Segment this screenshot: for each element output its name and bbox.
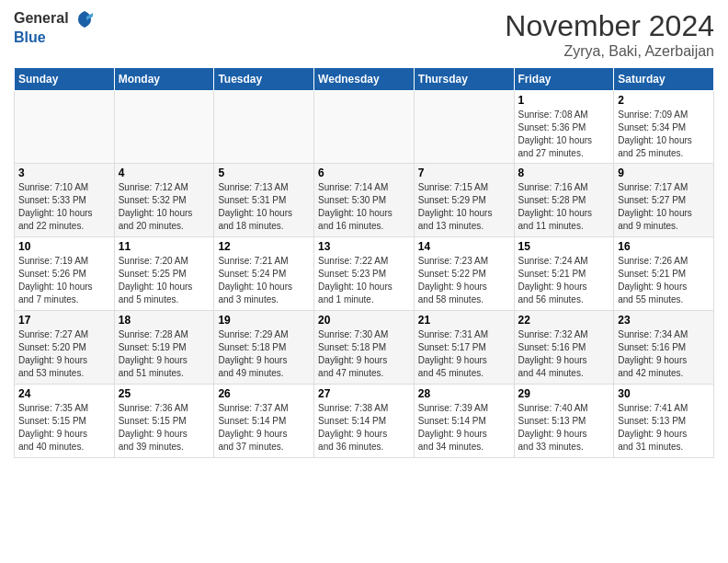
day-number: 21 <box>418 314 510 327</box>
header-row: SundayMondayTuesdayWednesdayThursdayFrid… <box>15 68 714 91</box>
week-row-3: 17Sunrise: 7:27 AM Sunset: 5:20 PM Dayli… <box>15 311 714 385</box>
day-info: Sunrise: 7:30 AM Sunset: 5:18 PM Dayligh… <box>318 328 410 380</box>
day-info: Sunrise: 7:19 AM Sunset: 5:26 PM Dayligh… <box>18 255 110 306</box>
day-number: 8 <box>518 167 610 179</box>
day-info: Sunrise: 7:39 AM Sunset: 5:14 PM Dayligh… <box>418 402 510 454</box>
day-info: Sunrise: 7:22 AM Sunset: 5:23 PM Dayligh… <box>318 255 410 306</box>
day-number: 26 <box>218 387 310 400</box>
page-container: General Blue November 2024 Zyrya, Baki, … <box>0 0 728 467</box>
day-cell-3: 3Sunrise: 7:10 AM Sunset: 5:33 PM Daylig… <box>15 164 115 237</box>
day-cell-8: 8Sunrise: 7:16 AM Sunset: 5:28 PM Daylig… <box>514 164 614 237</box>
day-number: 24 <box>18 387 110 400</box>
day-info: Sunrise: 7:17 AM Sunset: 5:27 PM Dayligh… <box>618 181 710 233</box>
page-header: General Blue November 2024 Zyrya, Baki, … <box>14 9 714 60</box>
day-info: Sunrise: 7:21 AM Sunset: 5:24 PM Dayligh… <box>218 255 310 306</box>
day-info: Sunrise: 7:38 AM Sunset: 5:14 PM Dayligh… <box>318 402 410 454</box>
day-cell-16: 16Sunrise: 7:26 AM Sunset: 5:21 PM Dayli… <box>614 237 714 311</box>
month-title: November 2024 <box>505 9 714 43</box>
day-cell-22: 22Sunrise: 7:32 AM Sunset: 5:16 PM Dayli… <box>514 311 614 385</box>
day-info: Sunrise: 7:32 AM Sunset: 5:16 PM Dayligh… <box>518 328 610 380</box>
title-section: November 2024 Zyrya, Baki, Azerbaijan <box>505 9 714 60</box>
day-header-thursday: Thursday <box>414 68 514 91</box>
week-row-2: 10Sunrise: 7:19 AM Sunset: 5:26 PM Dayli… <box>15 237 714 311</box>
day-cell-15: 15Sunrise: 7:24 AM Sunset: 5:21 PM Dayli… <box>514 237 614 311</box>
day-number: 17 <box>18 314 110 327</box>
day-cell-empty-4 <box>414 91 514 164</box>
day-number: 4 <box>119 167 210 179</box>
day-cell-4: 4Sunrise: 7:12 AM Sunset: 5:32 PM Daylig… <box>114 164 214 237</box>
day-number: 7 <box>418 167 510 179</box>
day-cell-empty-3 <box>314 91 415 164</box>
day-number: 2 <box>618 94 710 107</box>
day-info: Sunrise: 7:27 AM Sunset: 5:20 PM Dayligh… <box>18 328 110 380</box>
day-cell-23: 23Sunrise: 7:34 AM Sunset: 5:16 PM Dayli… <box>614 311 714 385</box>
day-info: Sunrise: 7:41 AM Sunset: 5:13 PM Dayligh… <box>618 402 710 454</box>
day-info: Sunrise: 7:23 AM Sunset: 5:22 PM Dayligh… <box>418 255 510 306</box>
day-info: Sunrise: 7:15 AM Sunset: 5:29 PM Dayligh… <box>418 181 510 233</box>
day-cell-30: 30Sunrise: 7:41 AM Sunset: 5:13 PM Dayli… <box>614 385 714 458</box>
day-cell-24: 24Sunrise: 7:35 AM Sunset: 5:15 PM Dayli… <box>15 385 115 458</box>
day-cell-9: 9Sunrise: 7:17 AM Sunset: 5:27 PM Daylig… <box>614 164 714 237</box>
day-cell-13: 13Sunrise: 7:22 AM Sunset: 5:23 PM Dayli… <box>314 237 415 311</box>
day-header-monday: Monday <box>114 68 214 91</box>
day-info: Sunrise: 7:08 AM Sunset: 5:36 PM Dayligh… <box>518 109 610 160</box>
logo-text: General Blue <box>14 9 95 46</box>
day-number: 28 <box>418 387 510 400</box>
day-info: Sunrise: 7:26 AM Sunset: 5:21 PM Dayligh… <box>618 255 710 306</box>
day-number: 12 <box>218 240 310 253</box>
week-row-1: 3Sunrise: 7:10 AM Sunset: 5:33 PM Daylig… <box>15 164 714 237</box>
calendar-table: SundayMondayTuesdayWednesdayThursdayFrid… <box>14 67 714 458</box>
day-info: Sunrise: 7:29 AM Sunset: 5:18 PM Dayligh… <box>218 328 310 380</box>
week-row-0: 1Sunrise: 7:08 AM Sunset: 5:36 PM Daylig… <box>15 91 714 164</box>
day-info: Sunrise: 7:20 AM Sunset: 5:25 PM Dayligh… <box>119 255 210 306</box>
day-cell-19: 19Sunrise: 7:29 AM Sunset: 5:18 PM Dayli… <box>214 311 314 385</box>
day-number: 14 <box>418 240 510 253</box>
day-cell-12: 12Sunrise: 7:21 AM Sunset: 5:24 PM Dayli… <box>214 237 314 311</box>
day-info: Sunrise: 7:28 AM Sunset: 5:19 PM Dayligh… <box>119 328 210 380</box>
day-info: Sunrise: 7:37 AM Sunset: 5:14 PM Dayligh… <box>218 402 310 454</box>
day-cell-empty-0 <box>15 91 115 164</box>
day-header-friday: Friday <box>514 68 614 91</box>
day-number: 29 <box>518 387 610 400</box>
day-info: Sunrise: 7:36 AM Sunset: 5:15 PM Dayligh… <box>119 402 210 454</box>
day-number: 6 <box>318 167 410 179</box>
day-header-wednesday: Wednesday <box>314 68 415 91</box>
day-info: Sunrise: 7:40 AM Sunset: 5:13 PM Dayligh… <box>518 402 610 454</box>
day-cell-29: 29Sunrise: 7:40 AM Sunset: 5:13 PM Dayli… <box>514 385 614 458</box>
day-number: 22 <box>518 314 610 327</box>
day-cell-14: 14Sunrise: 7:23 AM Sunset: 5:22 PM Dayli… <box>414 237 514 311</box>
day-number: 10 <box>18 240 110 253</box>
day-number: 27 <box>318 387 410 400</box>
day-info: Sunrise: 7:35 AM Sunset: 5:15 PM Dayligh… <box>18 402 110 454</box>
day-number: 11 <box>119 240 210 253</box>
day-info: Sunrise: 7:09 AM Sunset: 5:34 PM Dayligh… <box>618 109 710 160</box>
day-number: 1 <box>518 94 610 107</box>
day-cell-empty-2 <box>214 91 314 164</box>
day-info: Sunrise: 7:13 AM Sunset: 5:31 PM Dayligh… <box>218 181 310 233</box>
day-cell-1: 1Sunrise: 7:08 AM Sunset: 5:36 PM Daylig… <box>514 91 614 164</box>
day-info: Sunrise: 7:10 AM Sunset: 5:33 PM Dayligh… <box>18 181 110 233</box>
day-cell-7: 7Sunrise: 7:15 AM Sunset: 5:29 PM Daylig… <box>414 164 514 237</box>
day-cell-10: 10Sunrise: 7:19 AM Sunset: 5:26 PM Dayli… <box>15 237 115 311</box>
day-cell-21: 21Sunrise: 7:31 AM Sunset: 5:17 PM Dayli… <box>414 311 514 385</box>
day-number: 13 <box>318 240 410 253</box>
logo-icon <box>74 9 95 29</box>
day-number: 23 <box>618 314 710 327</box>
day-info: Sunrise: 7:16 AM Sunset: 5:28 PM Dayligh… <box>518 181 610 233</box>
day-header-sunday: Sunday <box>15 68 115 91</box>
day-header-saturday: Saturday <box>614 68 714 91</box>
day-cell-5: 5Sunrise: 7:13 AM Sunset: 5:31 PM Daylig… <box>214 164 314 237</box>
day-number: 15 <box>518 240 610 253</box>
day-cell-27: 27Sunrise: 7:38 AM Sunset: 5:14 PM Dayli… <box>314 385 415 458</box>
day-number: 30 <box>618 387 710 400</box>
day-cell-empty-1 <box>114 91 214 164</box>
logo: General Blue <box>14 9 95 46</box>
day-number: 5 <box>218 167 310 179</box>
location: Zyrya, Baki, Azerbaijan <box>505 43 714 60</box>
day-cell-18: 18Sunrise: 7:28 AM Sunset: 5:19 PM Dayli… <box>114 311 214 385</box>
day-number: 19 <box>218 314 310 327</box>
week-row-4: 24Sunrise: 7:35 AM Sunset: 5:15 PM Dayli… <box>15 385 714 458</box>
day-number: 9 <box>618 167 710 179</box>
day-info: Sunrise: 7:24 AM Sunset: 5:21 PM Dayligh… <box>518 255 610 306</box>
day-info: Sunrise: 7:31 AM Sunset: 5:17 PM Dayligh… <box>418 328 510 380</box>
